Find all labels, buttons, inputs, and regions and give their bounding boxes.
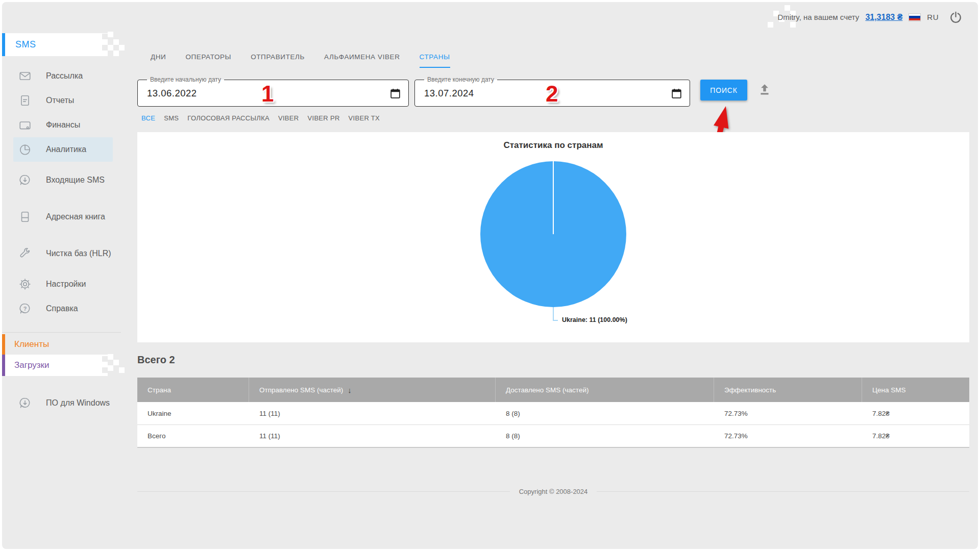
- sidebar-item-vhodyashchie-sms[interactable]: Входящие SMS: [2, 162, 121, 198]
- sidebar-item-finansy[interactable]: Финансы: [2, 113, 121, 137]
- download-software-icon: [18, 396, 32, 410]
- sidebar-item-chistka-baz-hlr[interactable]: Чистка баз (HLR): [2, 235, 121, 272]
- step-annotation-2: 2: [546, 81, 558, 107]
- tab-operatory[interactable]: ОПЕРАТОРЫ: [185, 53, 231, 68]
- gear-icon: [18, 278, 32, 291]
- filter-sms[interactable]: SMS: [164, 114, 179, 122]
- address-book-icon: [18, 210, 32, 223]
- copyright-text: Copyright © 2008-2024: [519, 488, 588, 495]
- sidebar-item-adresnaya-kniga[interactable]: Адресная книга: [2, 198, 121, 235]
- footer: Copyright © 2008-2024: [137, 488, 969, 495]
- pixel-decoration: [102, 354, 125, 377]
- column-header-otpravleno[interactable]: Отправлено SMS (частей)↓: [249, 378, 496, 402]
- flag-icon[interactable]: [909, 13, 921, 21]
- tab-otpravitel[interactable]: ОТПРАВИТЕЛЬ: [251, 53, 305, 68]
- pie-chart-icon: [18, 143, 32, 156]
- step-annotation-1: 1: [261, 81, 274, 107]
- user-greeting: Dmitry, на вашем счету: [778, 13, 860, 21]
- accent-bar: [2, 334, 5, 355]
- report-icon: [18, 94, 32, 107]
- accent-bar: [2, 355, 5, 376]
- balance-link[interactable]: 31,3183 ₴: [865, 13, 902, 22]
- column-header-dostavleno[interactable]: Доставлено SMS (частей): [496, 378, 714, 402]
- tab-dni[interactable]: ДНИ: [151, 53, 166, 68]
- total-count-heading: Всего 2: [137, 354, 175, 366]
- pie-label-connector: [553, 307, 554, 321]
- sidebar-item-otchety[interactable]: Отчеты: [2, 88, 121, 113]
- channel-filters: ВСЕ SMS ГОЛОСОВАЯ РАССЫЛКА VIBER VIBER P…: [141, 114, 380, 122]
- filter-viber[interactable]: VIBER: [278, 114, 299, 122]
- calendar-icon[interactable]: [389, 87, 402, 100]
- table-row-total: Всего 11 (11) 8 (8) 72.73% 7.82₴: [137, 425, 969, 448]
- sidebar-item-analitika[interactable]: Аналитика: [13, 137, 113, 162]
- sidebar-title: SMS: [15, 39, 36, 50]
- incoming-sms-icon: [18, 173, 32, 187]
- sidebar-item-nastroyki[interactable]: Настройки: [2, 272, 121, 296]
- sidebar-item-spravka[interactable]: ? Справка: [2, 296, 121, 321]
- sidebar-section-downloads[interactable]: Загрузки: [2, 355, 108, 376]
- column-header-strana[interactable]: Страна: [137, 378, 249, 402]
- sidebar-divider: [2, 332, 121, 333]
- divider: [597, 491, 969, 492]
- accent-bar: [2, 33, 5, 56]
- calendar-icon[interactable]: [670, 87, 683, 100]
- chart-title: Статистика по странам: [137, 140, 969, 151]
- country-stats-table: Страна Отправлено SMS (частей)↓ Доставле…: [137, 378, 969, 448]
- pie-data-label: Ukraine: 11 (100.00%): [562, 316, 627, 323]
- filter-viber-tx[interactable]: VIBER TX: [349, 114, 380, 122]
- analytics-tabs: ДНИ ОПЕРАТОРЫ ОТПРАВИТЕЛЬ АЛЬФАИМЕНА VIB…: [151, 53, 450, 68]
- pie-label-connector: [553, 320, 558, 321]
- envelope-icon: [18, 69, 32, 83]
- divider: [137, 491, 510, 492]
- start-date-value[interactable]: 13.06.2022: [147, 80, 197, 106]
- end-date-value[interactable]: 13.07.2024: [424, 80, 474, 106]
- tab-alfaimena-viber[interactable]: АЛЬФАИМЕНА VIBER: [324, 53, 400, 68]
- pie-start-line: [553, 161, 554, 234]
- sidebar: SMS Рассылка Отчеты Финансы: [2, 2, 121, 549]
- help-icon: ?: [18, 302, 32, 315]
- sidebar-item-rassylka[interactable]: Рассылка: [2, 64, 121, 88]
- export-button[interactable]: [757, 83, 772, 98]
- pixel-decoration: [102, 32, 125, 56]
- logout-button[interactable]: [949, 10, 963, 24]
- wallet-icon: [18, 118, 32, 132]
- search-button[interactable]: ПОИСК: [700, 80, 747, 101]
- filter-golosovaya[interactable]: ГОЛОСОВАЯ РАССЫЛКА: [187, 114, 270, 122]
- filter-vse[interactable]: ВСЕ: [141, 114, 155, 122]
- screenshot-frame: Dmitry, на вашем счету 31,3183 ₴ RU SMS: [0, 0, 980, 551]
- country-stats-chart: Статистика по странам Ukraine: 11 (100.0…: [137, 132, 969, 342]
- sidebar-section-clients[interactable]: Клиенты: [2, 334, 121, 355]
- tab-strany[interactable]: СТРАНЫ: [420, 53, 450, 68]
- column-header-cena[interactable]: Цена SMS: [862, 378, 969, 402]
- power-icon: [949, 10, 963, 24]
- language-label[interactable]: RU: [927, 13, 939, 21]
- upload-icon: [757, 83, 772, 97]
- column-header-effektivnost[interactable]: Эффективность: [714, 378, 862, 402]
- filter-viber-pr[interactable]: VIBER PR: [308, 114, 340, 122]
- table-row-ukraine: Ukraine 11 (11) 8 (8) 72.73% 7.82₴: [137, 402, 969, 425]
- app-root: Dmitry, на вашем счету 31,3183 ₴ RU SMS: [2, 2, 978, 549]
- wrench-icon: [18, 247, 32, 260]
- svg-text:?: ?: [23, 306, 27, 312]
- sidebar-item-po-dlya-windows[interactable]: ПО для Windows: [2, 385, 121, 421]
- sidebar-section-sms[interactable]: SMS: [2, 33, 108, 56]
- sort-desc-icon: ↓: [348, 386, 352, 394]
- table-header-row: Страна Отправлено SMS (частей)↓ Доставле…: [137, 378, 969, 402]
- user-bar: Dmitry, на вашем счету 31,3183 ₴ RU: [778, 10, 963, 24]
